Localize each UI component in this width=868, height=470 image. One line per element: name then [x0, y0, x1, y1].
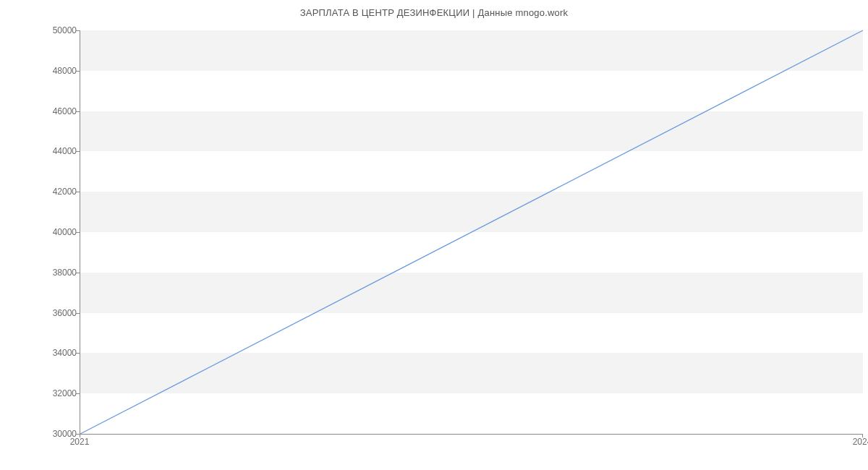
x-tick-mark: [80, 434, 80, 437]
y-tick-label: 44000: [19, 146, 77, 156]
y-tick-mark: [76, 313, 80, 314]
y-tick-label: 32000: [19, 388, 77, 398]
y-tick-label: 38000: [19, 268, 77, 278]
plot-area: [80, 30, 863, 435]
y-tick-mark: [76, 30, 80, 31]
x-tick-label: 2021: [70, 437, 90, 447]
y-tick-label: 36000: [19, 308, 77, 318]
y-tick-label: 40000: [19, 227, 77, 237]
chart-title: ЗАРПЛАТА В ЦЕНТР ДЕЗИНФЕКЦИИ | Данные mn…: [0, 0, 868, 18]
y-tick-mark: [76, 273, 80, 273]
y-tick-label: 48000: [19, 66, 77, 76]
y-tick-mark: [76, 393, 80, 394]
series-line: [80, 30, 863, 434]
y-tick-mark: [76, 232, 80, 233]
y-tick-mark: [76, 192, 80, 192]
y-tick-mark: [76, 71, 80, 72]
x-tick-mark: [862, 434, 863, 437]
y-tick-label: 50000: [19, 25, 77, 35]
y-tick-label: 30000: [19, 429, 77, 439]
y-tick-mark: [76, 353, 80, 354]
y-tick-mark: [76, 151, 80, 152]
y-tick-label: 46000: [19, 106, 77, 116]
line-series: [80, 30, 863, 434]
y-tick-label: 42000: [19, 187, 77, 197]
chart-container: ЗАРПЛАТА В ЦЕНТР ДЕЗИНФЕКЦИИ | Данные mn…: [0, 0, 868, 470]
x-tick-label: 2024: [853, 437, 868, 447]
y-tick-mark: [76, 111, 80, 112]
y-tick-label: 34000: [19, 348, 77, 358]
